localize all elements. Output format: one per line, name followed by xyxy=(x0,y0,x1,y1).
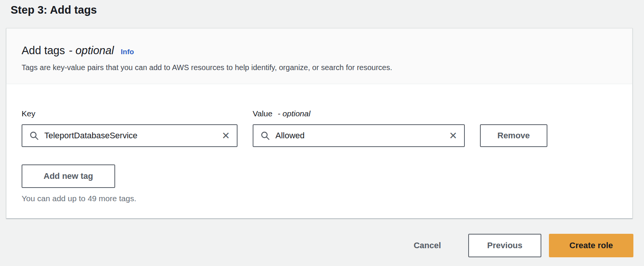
cancel-button[interactable]: Cancel xyxy=(414,241,441,250)
search-icon xyxy=(29,131,39,141)
panel-title-optional: - optional xyxy=(69,44,114,57)
value-input-shell: ✕ xyxy=(253,124,465,147)
footer-actions: Cancel Previous Create role xyxy=(0,234,633,257)
value-input[interactable] xyxy=(275,131,446,141)
info-link[interactable]: Info xyxy=(121,48,134,56)
clear-key-icon[interactable]: ✕ xyxy=(219,131,230,141)
create-role-button[interactable]: Create role xyxy=(549,234,633,257)
page-title: Step 3: Add tags xyxy=(0,0,644,17)
add-new-tag-button[interactable]: Add new tag xyxy=(22,164,115,188)
panel-body: Key ✕ Value - optional xyxy=(6,84,632,218)
panel-title-row: Add tags - optional Info xyxy=(22,44,617,57)
clear-value-icon[interactable]: ✕ xyxy=(446,131,457,141)
tags-remaining-text: You can add up to 49 more tags. xyxy=(22,194,617,203)
key-label: Key xyxy=(22,109,238,118)
key-input-shell: ✕ xyxy=(22,124,238,147)
remove-button[interactable]: Remove xyxy=(480,124,547,147)
search-icon xyxy=(260,131,270,141)
key-field: Key ✕ xyxy=(22,109,238,147)
value-field: Value - optional ✕ xyxy=(253,109,465,147)
panel-description: Tags are key-value pairs that you can ad… xyxy=(22,63,617,72)
value-label-text: Value xyxy=(253,109,272,118)
panel-title: Add tags xyxy=(22,44,65,57)
panel-header: Add tags - optional Info Tags are key-va… xyxy=(6,28,632,84)
previous-button[interactable]: Previous xyxy=(468,234,541,257)
tag-row: Key ✕ Value - optional xyxy=(22,109,617,147)
key-input[interactable] xyxy=(44,131,219,141)
value-label: Value - optional xyxy=(253,109,465,118)
value-label-optional: - optional xyxy=(278,109,310,118)
add-tags-panel: Add tags - optional Info Tags are key-va… xyxy=(6,28,633,219)
